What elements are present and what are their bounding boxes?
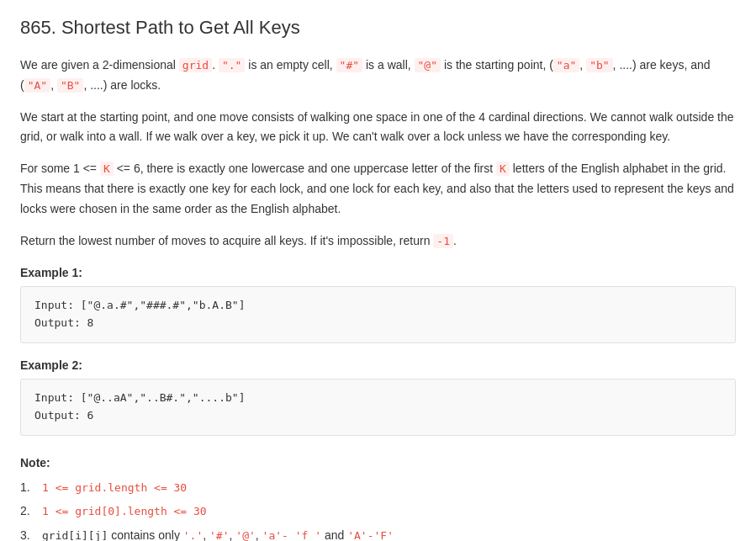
note-item-3: 3. grid[i][j] contains only '.', '#', '@… [20, 526, 736, 541]
code-k1: K [100, 162, 114, 176]
code-a-upper: "A" [24, 78, 50, 93]
code-k2: K [496, 162, 510, 176]
note-code-3a: grid[i][j] [42, 529, 108, 541]
example-2: Example 2: Input: ["@..aA","..B#.","....… [20, 358, 736, 436]
example-1-input: Input: ["@.a.#","###.#","b.A.B"] [34, 297, 722, 315]
paragraph-2: We start at the starting point, and one … [20, 108, 736, 148]
example-1-block: Input: ["@.a.#","###.#","b.A.B"] Output:… [20, 286, 736, 343]
code-b-lower: "b" [586, 58, 612, 72]
code-neg1: -1 [433, 234, 453, 248]
paragraph-4: Return the lowest number of moves to acq… [20, 231, 736, 252]
note-code-2: 1 <= grid[0].length <= 30 [42, 505, 207, 517]
code-hash: "#" [336, 58, 362, 72]
note-item-1: 1. 1 <= grid.length <= 30 [20, 478, 736, 497]
problem-body: We are given a 2-dimensional grid. "." i… [20, 56, 736, 541]
note-title: Note: [20, 456, 736, 469]
note-code-1: 1 <= grid.length <= 30 [42, 481, 187, 494]
note-code-3c: '#' [209, 529, 229, 541]
example-2-input: Input: ["@..aA","..B#.","....b"] [34, 390, 722, 407]
code-dot: "." [219, 58, 245, 72]
note-code-3f: 'A'-'F' [347, 529, 394, 541]
example-2-output: Output: 6 [34, 407, 722, 425]
code-a-lower: "a" [553, 58, 579, 72]
example-1: Example 1: Input: ["@.a.#","###.#","b.A.… [20, 266, 736, 343]
note-code-3b: '.' [183, 529, 203, 541]
note-section: Note: 1. 1 <= grid.length <= 30 2. 1 <= … [20, 456, 736, 541]
example-1-title: Example 1: [20, 266, 736, 279]
example-1-output: Output: 8 [34, 315, 722, 332]
paragraph-3: For some 1 <= K <= 6, there is exactly o… [20, 159, 736, 219]
example-2-title: Example 2: [20, 358, 736, 372]
note-code-3e: 'a'- 'f ' [262, 529, 321, 541]
example-2-block: Input: ["@..aA","..B#.","....b"] Output:… [20, 379, 736, 436]
note-code-3d: '@' [235, 529, 255, 541]
code-grid: grid [179, 58, 212, 72]
paragraph-1: We are given a 2-dimensional grid. "." i… [20, 56, 736, 96]
note-item-2: 2. 1 <= grid[0].length <= 30 [20, 501, 736, 521]
code-at: "@" [415, 58, 441, 72]
note-list: 1. 1 <= grid.length <= 30 2. 1 <= grid[0… [20, 478, 736, 541]
code-b-upper: "B" [57, 78, 83, 93]
page-title: 865. Shortest Path to Get All Keys [20, 17, 736, 39]
